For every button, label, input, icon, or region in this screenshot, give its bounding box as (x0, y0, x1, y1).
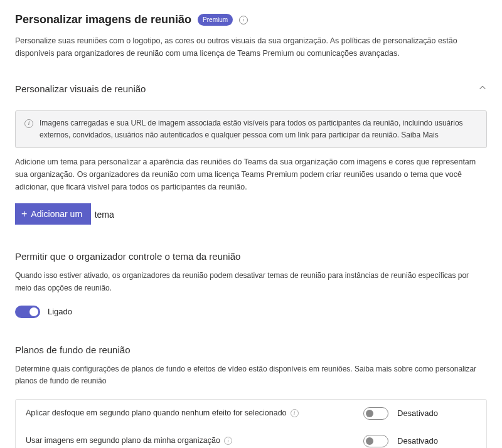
blur-toggle-state: Desativado (397, 407, 438, 420)
org-images-toggle-state: Desativado (397, 435, 438, 447)
backgrounds-options-box: Aplicar desfoque em segundo plano quando… (15, 399, 487, 448)
info-banner-text: Imagens carregadas e sua URL de imagem a… (40, 119, 463, 139)
org-images-toggle[interactable] (363, 435, 388, 447)
section-visuals-body: Adicione um tema para personalizar a apa… (15, 156, 487, 193)
add-theme-trailing: tema (95, 208, 114, 221)
info-banner: i Imagens carregadas e sua URL de imagem… (15, 110, 487, 148)
section-backgrounds-title: Planos de fundo de reunião (15, 343, 487, 358)
learn-more-link[interactable]: Saiba Mais (401, 131, 438, 139)
organizer-toggle-label: Ligado (48, 306, 72, 318)
section-organizer-desc: Quando isso estiver ativado, os organiza… (15, 270, 487, 294)
option-label: Aplicar desfoque em segundo plano quando… (26, 407, 287, 419)
plus-icon: + (21, 208, 27, 220)
info-icon: i (24, 119, 33, 128)
page-intro: Personalize suas reuniões com o logotipo… (15, 35, 487, 60)
info-icon[interactable]: i (224, 437, 232, 445)
option-row-blur: Aplicar desfoque em segundo plano quando… (16, 400, 486, 427)
add-theme-button-label: Adicionar um (31, 209, 82, 219)
blur-toggle[interactable] (363, 407, 388, 420)
section-visuals-title: Personalizar visuais de reunião (15, 82, 146, 97)
info-icon[interactable]: i (291, 409, 299, 417)
section-backgrounds-desc: Determine quais configurações de planos … (15, 363, 487, 387)
section-visuals-header[interactable]: Personalizar visuais de reunião (15, 77, 487, 102)
add-theme-button[interactable]: + Adicionar um (15, 203, 91, 225)
section-organizer-title: Permitir que o organizador controle o te… (15, 250, 487, 264)
organizer-toggle[interactable] (15, 306, 40, 318)
option-label: Usar imagens em segundo plano da minha o… (26, 435, 220, 447)
premium-badge: Premium (198, 14, 233, 26)
info-icon[interactable]: i (239, 16, 248, 24)
chevron-up-icon (478, 83, 487, 96)
page-title: Personalizar imagens de reunião (15, 11, 191, 28)
option-row-org-images: Usar imagens em segundo plano da minha o… (16, 427, 486, 448)
